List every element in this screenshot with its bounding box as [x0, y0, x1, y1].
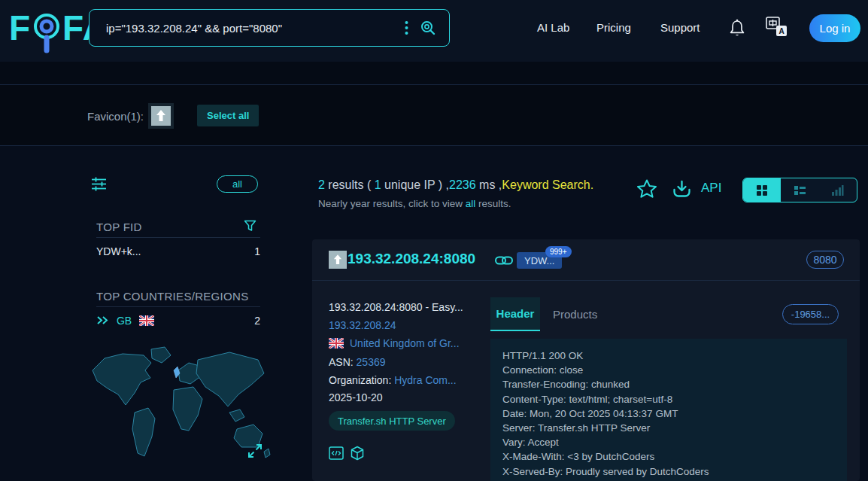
- results-note: Nearly year results, click to view all r…: [318, 198, 511, 209]
- http-header-line: X-Served-By: Proudly served by DutchCode…: [502, 464, 835, 479]
- link-icon[interactable]: [495, 255, 513, 266]
- results-summary: 2 results ( 1 unique IP ) ,2236 ms ,Keyw…: [318, 178, 593, 192]
- divider: [312, 280, 860, 281]
- port-badge[interactable]: 8080: [806, 251, 844, 269]
- expand-map-icon[interactable]: [247, 443, 263, 459]
- tab-header[interactable]: Header: [490, 297, 540, 331]
- favicon-filter-bar: Favicon(1): Select all: [0, 84, 868, 146]
- result-title[interactable]: 193.32.208.24:8080 - Easy...: [329, 301, 463, 313]
- result-card: 193.32.208.24:8080 YDW... 999+ 8080 193.…: [312, 239, 860, 481]
- result-count: 2: [318, 178, 325, 191]
- favicon-filter-label: Favicon(1):: [87, 110, 144, 123]
- select-all-button[interactable]: Select all: [197, 105, 259, 126]
- double-chevron-icon[interactable]: [96, 315, 109, 325]
- top-countries-title: TOP COUNTRIES/REGIONS: [96, 290, 248, 303]
- scope-all-pill[interactable]: all: [217, 175, 258, 193]
- search-mode-label: Keyword Search.: [502, 178, 593, 191]
- http-header-line: Date: Mon, 20 Oct 2025 04:13:37 GMT: [502, 406, 835, 421]
- login-button[interactable]: Log in: [809, 14, 860, 42]
- nav-pricing[interactable]: Pricing: [596, 21, 631, 34]
- http-header-line: Server: Transfer.sh HTTP Server: [502, 421, 835, 435]
- http-header-line: X-Made-With: <3 by DutchCoders: [502, 449, 835, 464]
- unique-ip-count: 1: [375, 178, 381, 191]
- code-window-icon[interactable]: [329, 446, 344, 460]
- http-header-line: HTTP/1.1 200 OK: [502, 349, 835, 363]
- grid-view-button[interactable]: [743, 178, 781, 202]
- product-tag[interactable]: Transfer.sh HTTP Server: [329, 411, 455, 431]
- result-country-link[interactable]: United Kingdom of Gr...: [350, 337, 460, 349]
- result-favicon[interactable]: [329, 251, 347, 269]
- top-header: F FA: [0, 0, 868, 62]
- tab-products[interactable]: Products: [553, 297, 597, 331]
- http-header-line: Connection: close: [502, 363, 835, 377]
- http-header-line: Content-Type: text/html; charset=utf-8: [502, 392, 835, 406]
- favicon-image: [151, 106, 171, 126]
- country-facet-label[interactable]: GB: [117, 315, 132, 327]
- list-view-button[interactable]: [781, 178, 818, 202]
- api-link[interactable]: API: [701, 181, 721, 196]
- download-icon[interactable]: [672, 179, 692, 199]
- last-update-date: 2025-10-20: [329, 391, 383, 403]
- funnel-filter-icon[interactable]: [244, 220, 256, 232]
- fid-badge-count[interactable]: 999+: [545, 246, 572, 257]
- sub-header-strip: [0, 62, 868, 84]
- organization-label: Organization:: [329, 374, 391, 386]
- filter-sliders-icon[interactable]: [92, 177, 107, 191]
- organization-value-link[interactable]: Hydra Com...: [394, 374, 456, 386]
- country-facet-count: 2: [254, 315, 260, 327]
- uk-flag-icon: [139, 315, 154, 326]
- fofa-search-page: F FA: [0, 0, 868, 481]
- translate-icon[interactable]: A: [766, 17, 788, 38]
- http-header-block: HTTP/1.1 200 OK Connection: close Transf…: [490, 339, 847, 481]
- fid-facet-row[interactable]: YDW+k... 1: [96, 245, 260, 257]
- divider: [96, 237, 260, 238]
- divider: [96, 306, 260, 307]
- fid-facet-count: 1: [254, 245, 260, 257]
- view-toggle: [742, 178, 857, 202]
- result-host-link[interactable]: 193.32.208.24:8080: [348, 251, 475, 267]
- chart-view-button[interactable]: [819, 178, 857, 202]
- body-hash-badge[interactable]: -19658...: [782, 304, 839, 324]
- nav-support[interactable]: Support: [660, 21, 700, 34]
- bell-icon[interactable]: [728, 18, 746, 41]
- http-header-line: Transfer-Encoding: chunked: [502, 377, 835, 391]
- fid-facet-label[interactable]: YDW+k...: [96, 245, 141, 257]
- kebab-menu-icon[interactable]: [405, 20, 408, 35]
- favicon-filter-thumbnail[interactable]: [148, 103, 174, 129]
- star-favorite-icon[interactable]: [636, 178, 657, 199]
- logo-letter-f: F: [9, 8, 31, 47]
- magnifier-o-icon: [32, 8, 62, 56]
- svg-text:A: A: [778, 27, 784, 35]
- nav-ai-lab[interactable]: AI Lab: [537, 21, 569, 34]
- country-facet-row[interactable]: GB 2: [96, 315, 260, 327]
- query-time-ms: 2236: [449, 178, 476, 191]
- top-fid-title: TOP FID: [96, 221, 142, 233]
- world-map: [79, 340, 272, 473]
- http-header-line: Vary: Accept: [502, 435, 835, 449]
- uk-flag-icon: [329, 338, 344, 349]
- search-bar: [89, 9, 450, 47]
- search-icon[interactable]: [420, 20, 436, 35]
- asn-value-link[interactable]: 25369: [357, 356, 386, 368]
- view-all-link[interactable]: all: [466, 198, 476, 209]
- asn-label: ASN:: [329, 356, 354, 368]
- search-input[interactable]: [90, 22, 405, 35]
- cube-icon[interactable]: [350, 446, 365, 461]
- result-ip-link[interactable]: 193.32.208.24: [329, 319, 396, 331]
